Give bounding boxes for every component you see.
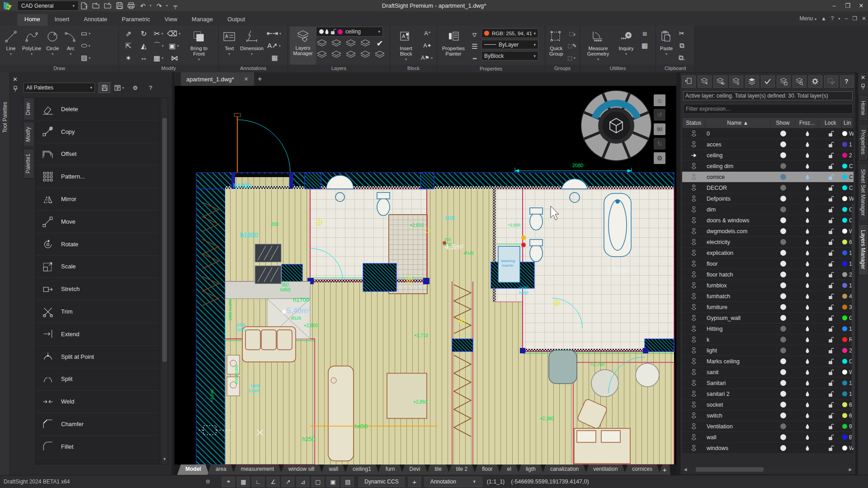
palette-scrollbar[interactable]: ▼ [161,98,168,465]
help-icon[interactable]: ? [840,75,854,88]
close-icon[interactable]: ✕ [13,76,18,83]
layer-row-windows[interactable]: windowsW [682,443,854,454]
leader-icon[interactable]: A↗▾ [267,40,283,51]
sheet-tab-cornices[interactable]: cornices [624,465,660,475]
redo-button[interactable]: ↷ [154,1,165,10]
isolate-layer-icon[interactable] [316,49,328,60]
sheet-tab-el[interactable]: el [499,465,519,475]
close-icon[interactable]: ✕ [858,74,868,81]
palette-item-delete[interactable]: Delete [36,98,160,121]
add-sheet-button[interactable]: + [659,465,670,475]
linestyle-combo[interactable]: ByLayer ▾ [481,40,538,49]
layer-row-cornice[interactable]: corniceC [682,172,854,183]
layer-row-dwgmodels-com[interactable]: dwgmodels.comW [682,226,854,237]
dimension-button[interactable]: Dimension▾ [238,27,266,65]
column-header-status[interactable]: Status [683,118,705,128]
doc-restore-button[interactable]: ❐ [852,15,857,22]
sheet-tab-ventilation[interactable]: ventilation [585,465,626,475]
mirror-tool-icon[interactable]: ◭ [136,40,151,51]
copy-mode-toggle[interactable]: ▤ [341,477,354,487]
restore-button[interactable]: ❐ [841,0,854,11]
sheet-tab-ligth[interactable]: ligth [518,465,544,475]
new-layer-frozen-icon[interactable] [713,75,727,88]
annotation-scale-combo[interactable]: Annotation ▼ [425,477,482,487]
hscrollbar-thumb[interactable] [696,467,764,472]
layer-row-electricity[interactable]: electricity6 [682,237,854,248]
layer-by-entity-icon[interactable] [374,49,386,60]
palette-item-chamfer[interactable]: Chamfer [36,413,160,436]
unlock-layer-icon[interactable] [359,49,371,60]
ribbon-tab-view[interactable]: View [157,14,184,26]
save-palette-button[interactable] [99,82,110,93]
layer-row-floor[interactable]: floor1 [682,258,854,269]
layer-row-ceiling-dim[interactable]: ceiling dimC [682,161,854,172]
properties-painter-button[interactable]: Properties Painter [439,27,468,65]
move-tool-icon[interactable]: ⇗ [121,28,136,39]
sheet-tab-furn[interactable]: furn [377,465,403,475]
insert-block-button[interactable]: A Insert Block▾ [392,27,420,65]
quick-group-button[interactable]: Quick Group [547,27,566,65]
layer-row-acces[interactable]: acces1 [682,139,854,150]
polar-guide-toggle[interactable]: ∠ [267,477,279,487]
ribbon-tab-output[interactable]: Output [220,14,252,26]
layer-row-socket[interactable]: socket6 [682,399,854,410]
layer-row-wall[interactable]: wallB [682,432,854,443]
layer-row-ventilation[interactable]: Ventilation9 [682,421,854,432]
table-icon[interactable]: ▦ [267,52,283,63]
palette-item-stretch[interactable]: Stretch [36,278,160,300]
esnap-toggle[interactable]: ↗ [282,477,294,487]
ribbon-tab-insert[interactable]: Insert [47,14,77,26]
layer-row-0[interactable]: 0W [682,128,854,139]
explode-tool-icon[interactable]: ✶ [121,52,136,63]
help-button[interactable]: ? [831,15,834,22]
layers-hscrollbar[interactable]: ◀ ▶ [682,466,854,473]
smart-dimension-icon[interactable]: ⇤⇥▾ [267,28,283,39]
wheel-settings-button[interactable]: ⚙ [654,152,665,164]
layer-row-sanitari-2[interactable]: sanitari 21 [682,389,854,399]
palette-item-mirror[interactable]: Mirror [36,188,160,211]
layer-row-floor-hatch[interactable]: floor hatch2 [682,269,854,280]
palette-tab-palette1[interactable]: Palette1 [24,149,34,178]
copy-clipboard-icon[interactable]: ⧉ [676,40,688,51]
line-button[interactable]: Line▾ [2,27,20,65]
close-button[interactable]: ✕ [854,0,868,11]
layer-row-hitting[interactable]: Hitting1 [682,324,854,334]
unisolate-layer-icon[interactable] [330,49,342,60]
layer-row-light[interactable]: light2 [682,345,854,356]
erase-tool-icon[interactable]: ⌫▾ [167,28,182,39]
ribbon-tab-manage[interactable]: Manage [184,14,220,26]
layers-manager-button[interactable]: Layers Manager [290,27,316,65]
scroll-right-arrow[interactable]: ▶ [847,467,854,472]
palette-item-pattern[interactable]: Pattern... [36,165,160,188]
undo-button[interactable]: ↶ [137,1,148,10]
bring-to-front-button[interactable]: Bring to Front▾ [182,27,216,65]
show-all-layers-icon[interactable] [330,38,342,49]
palette-tab-draw[interactable]: Draw [24,98,34,120]
group-options-icon[interactable]: ⬚▾ [566,52,578,63]
scroll-left-arrow[interactable]: ◀ [682,467,689,472]
circle-button[interactable]: Circle▾ [43,27,61,65]
palette-item-split[interactable]: Split [36,368,160,391]
pin-icon[interactable] [860,84,866,91]
rectangle-tool-icon[interactable]: ▭ ▾ [80,28,92,39]
column-header-show[interactable]: Show [771,118,795,128]
sheet-tab-window-sill[interactable]: window sill [280,465,322,475]
copy-tool-icon[interactable]: ⇱ [121,40,136,51]
selection-preview-toggle[interactable]: ▢ [311,477,324,487]
entity-snap-toggle[interactable]: ⌖ [222,477,235,487]
layer-row-dim[interactable]: dimC [682,204,854,215]
sheet-tab-wall[interactable]: wall [321,465,346,475]
freeze-layer-icon[interactable] [345,38,357,49]
palette-item-trim[interactable]: Trim [36,300,160,323]
layer-preview-icon[interactable] [777,75,791,88]
import-button[interactable] [102,1,113,10]
fillet-tool-icon[interactable]: ⌒▾ [151,40,167,51]
layer-row-defpoints[interactable]: DefpointsW [682,193,854,204]
ungroup-icon[interactable]: ⬚ₓ [566,28,578,39]
sheet-tab-model[interactable]: Model [177,465,209,475]
open-file-button[interactable] [90,1,101,10]
tool-palettes-strip[interactable]: Tool Palettes [0,72,10,475]
palette-item-scale[interactable]: Scale [36,256,160,278]
settings-gear-icon[interactable] [808,75,822,88]
redo-options-chevron[interactable]: ▾ [165,4,169,8]
